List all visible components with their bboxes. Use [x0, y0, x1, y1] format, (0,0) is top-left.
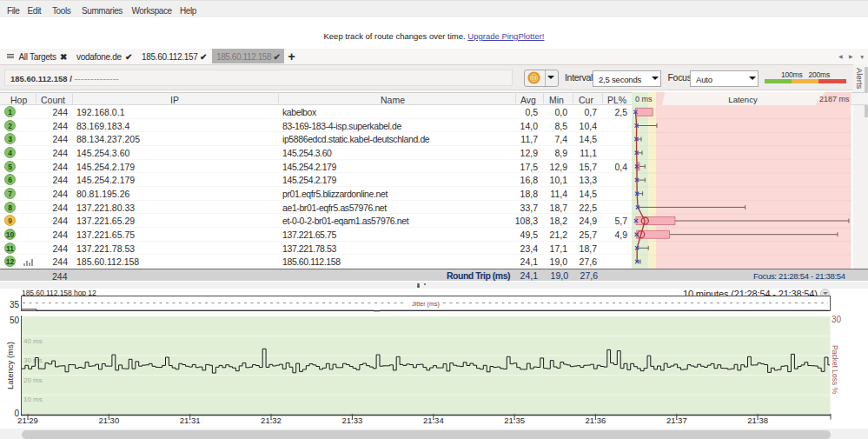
svg-text:21:35: 21:35 [504, 416, 525, 425]
svg-text:21:37: 21:37 [666, 416, 687, 425]
svg-text:21:34: 21:34 [423, 416, 444, 425]
svg-text:2187 ms: 2187 ms [819, 95, 850, 103]
svg-text:Jitter (ms): Jitter (ms) [412, 300, 440, 308]
svg-text:40 ms: 40 ms [23, 337, 43, 345]
svg-text:21:31: 21:31 [180, 416, 201, 425]
svg-text:20 ms: 20 ms [23, 376, 43, 384]
svg-text:30 ms: 30 ms [23, 356, 43, 364]
svg-text:21:38: 21:38 [747, 416, 768, 425]
svg-text:21:29: 21:29 [17, 416, 38, 425]
svg-text:10 ms: 10 ms [23, 396, 43, 403]
svg-text:21:36: 21:36 [586, 416, 606, 425]
svg-text:21:33: 21:33 [342, 416, 363, 425]
svg-text:Latency: Latency [728, 95, 758, 104]
svg-text:21:30: 21:30 [98, 416, 119, 425]
svg-text:0 ms: 0 ms [635, 95, 653, 103]
svg-text:21:32: 21:32 [261, 416, 282, 425]
